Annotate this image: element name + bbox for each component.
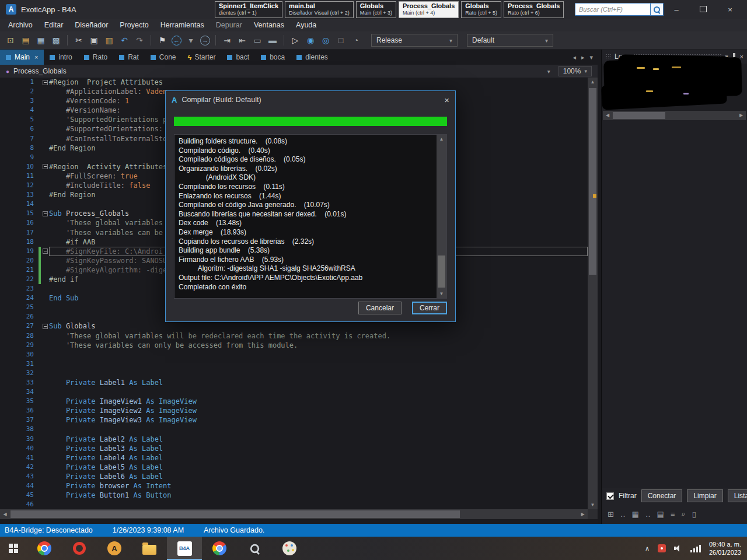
- scrollbar-thumb[interactable]: [613, 112, 665, 119]
- code-line-46[interactable]: 46: [0, 500, 588, 509]
- taskbar-clock[interactable]: 09:40 a. m. 26/01/2023: [709, 540, 741, 557]
- code-line-32[interactable]: 32: [0, 369, 588, 378]
- scrollbar-thumb[interactable]: [589, 88, 596, 275]
- scroll-down-icon[interactable]: ▼: [588, 501, 598, 509]
- code-line-38[interactable]: 38: [0, 425, 588, 434]
- dialog-close-icon[interactable]: ×: [444, 95, 449, 105]
- code-line-41[interactable]: 41 Private Label4 As Label: [0, 453, 588, 463]
- logs-horizontal-scrollbar[interactable]: ◀ ▶: [603, 111, 746, 120]
- scroll-left-icon[interactable]: ◀: [0, 509, 10, 519]
- quick-tab-3[interactable]: GlobalsMain (ctrl + 3): [356, 1, 396, 18]
- navigate-forward-icon[interactable]: →: [200, 36, 210, 46]
- logs-list[interactable]: ◀ ▶: [602, 64, 747, 120]
- quick-tab-4[interactable]: Process_GlobalsMain (ctrl + 4): [399, 1, 459, 18]
- redo-icon[interactable]: ↷: [134, 34, 145, 46]
- menu-diseñador[interactable]: Diseñador: [69, 19, 114, 31]
- tab-main[interactable]: Main×: [0, 50, 44, 65]
- code-line-35[interactable]: 35 Private ImageView1 As ImageView: [0, 397, 588, 406]
- tab-rat[interactable]: Rat: [113, 50, 145, 65]
- build-log[interactable]: Building folders structure. (0.08s)Compi…: [174, 135, 437, 298]
- b4a-taskbar-icon[interactable]: B4A: [167, 537, 202, 560]
- comment-icon[interactable]: ▭: [252, 34, 263, 46]
- stop-icon[interactable]: □: [335, 34, 347, 46]
- cancel-button[interactable]: Cancelar: [358, 302, 402, 314]
- code-line-45[interactable]: 45 Private Button1 As Button: [0, 491, 588, 500]
- fold-toggle-icon[interactable]: [43, 80, 48, 85]
- filter-checkbox[interactable]: [606, 492, 614, 500]
- scroll-left-icon[interactable]: ◀: [603, 111, 612, 120]
- app-a-icon[interactable]: A: [97, 537, 132, 560]
- panel-folder-icon[interactable]: ▤: [657, 510, 664, 519]
- menu-depurar[interactable]: Depurar: [210, 19, 248, 31]
- notification-app-icon[interactable]: [658, 544, 666, 552]
- panel-dots-icon[interactable]: ‥: [620, 510, 626, 519]
- code-line-30[interactable]: 30: [0, 350, 588, 359]
- tab-scroll-right-icon[interactable]: ▸: [581, 54, 585, 61]
- indent-icon[interactable]: ⇥: [221, 34, 233, 46]
- scroll-up-icon[interactable]: ▲: [437, 135, 446, 144]
- code-line-36[interactable]: 36 Private ImageView2 As ImageView: [0, 406, 588, 415]
- scroll-right-icon[interactable]: ▶: [578, 509, 588, 519]
- fold-toggle-icon[interactable]: [43, 324, 48, 329]
- menu-editar[interactable]: Editar: [39, 19, 69, 31]
- file-explorer-icon[interactable]: [132, 537, 167, 560]
- fold-toggle-icon[interactable]: [43, 249, 48, 254]
- tab-list-dropdown-icon[interactable]: ▾: [589, 54, 593, 61]
- code-line-44[interactable]: 44 Private browser As Intent: [0, 481, 588, 491]
- code-line-28[interactable]: 28 'These global variables will be redec…: [0, 331, 588, 341]
- search-input[interactable]: [575, 4, 650, 15]
- tab-dientes[interactable]: dientes: [291, 50, 334, 65]
- scrollbar-thumb[interactable]: [11, 510, 460, 518]
- navigate-back-icon[interactable]: ←: [172, 36, 181, 46]
- quick-tab-6[interactable]: Process_GlobalsRato (ctrl + 6): [504, 1, 564, 18]
- code-line-1[interactable]: 1#Region Project Attributes: [0, 78, 588, 87]
- panel-search-icon[interactable]: ⌕: [681, 509, 685, 519]
- dialog-title-bar[interactable]: A Compilar (Build: Default) ×: [166, 91, 455, 108]
- breadcrumb-member[interactable]: Process_Globals: [13, 67, 67, 75]
- opera-icon[interactable]: [62, 537, 97, 560]
- menu-ventanas[interactable]: Ventanas: [248, 19, 290, 31]
- network-signal-icon[interactable]: [690, 545, 701, 552]
- minimize-button[interactable]: –: [663, 5, 690, 14]
- paint-app-icon[interactable]: [272, 537, 307, 560]
- timer-icon[interactable]: ◔: [350, 34, 362, 46]
- panel-doc-icon[interactable]: ▯: [692, 510, 696, 519]
- compile-icon[interactable]: ◉: [305, 34, 316, 46]
- panel-list-icon[interactable]: ▦: [632, 510, 639, 519]
- menu-ayuda[interactable]: Ayuda: [290, 19, 322, 31]
- code-line-40[interactable]: 40 Private Label3 As Label: [0, 444, 588, 453]
- scrollbar-thumb[interactable]: [438, 256, 445, 288]
- editor-vertical-scrollbar[interactable]: ▲ ▼: [588, 78, 598, 509]
- tab-intro[interactable]: intro: [44, 50, 78, 65]
- close-tab-icon[interactable]: ×: [34, 54, 38, 61]
- code-line-31[interactable]: 31: [0, 359, 588, 369]
- tab-boca[interactable]: boca: [255, 50, 291, 65]
- panel-dots2-icon[interactable]: ‥: [645, 510, 651, 519]
- run-icon[interactable]: ▷: [289, 34, 301, 46]
- connect-button[interactable]: Conectar: [641, 489, 683, 502]
- code-line-39[interactable]: 39 Private Label2 As Label: [0, 435, 588, 444]
- zoom-select[interactable]: 100% ▾: [558, 66, 592, 76]
- quick-tab-2[interactable]: main.balDiseñador Visual (ctrl + 2): [285, 1, 354, 18]
- tab-bact[interactable]: bact: [221, 50, 255, 65]
- menu-herramientas[interactable]: Herramientas: [155, 19, 210, 31]
- copy-icon[interactable]: ▣: [88, 34, 100, 46]
- save-icon[interactable]: ▦: [35, 34, 47, 46]
- tab-starter[interactable]: ϟStarter: [182, 50, 222, 65]
- code-line-34[interactable]: 34: [0, 387, 588, 397]
- scroll-down-icon[interactable]: ▼: [437, 289, 446, 298]
- volume-icon[interactable]: [674, 545, 682, 552]
- menu-archivo[interactable]: Archivo: [2, 19, 39, 31]
- tab-cone[interactable]: Cone: [145, 50, 182, 65]
- chrome-icon[interactable]: [27, 537, 62, 560]
- scroll-right-icon[interactable]: ▶: [736, 111, 746, 120]
- code-line-29[interactable]: 29 'These variables can only be accessed…: [0, 341, 588, 350]
- quick-tab-5[interactable]: GlobalsRato (ctrl + 5): [461, 1, 501, 18]
- maximize-button[interactable]: [690, 5, 717, 14]
- outdent-icon[interactable]: ⇤: [236, 34, 248, 46]
- uncomment-icon[interactable]: ▬: [267, 34, 278, 46]
- panel-close-icon[interactable]: ×: [740, 53, 743, 60]
- search-button[interactable]: [650, 4, 663, 15]
- fold-toggle-icon[interactable]: [43, 164, 48, 169]
- bookmark-icon[interactable]: ⚑: [156, 34, 168, 46]
